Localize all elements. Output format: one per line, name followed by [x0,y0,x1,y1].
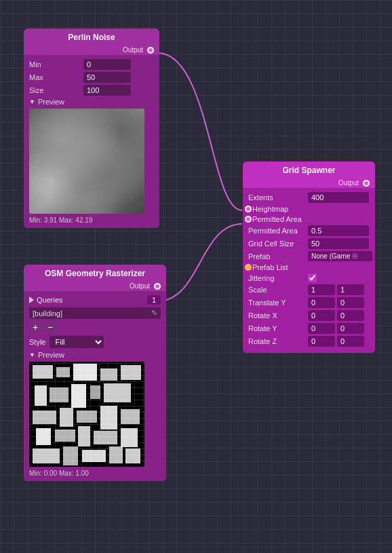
rotate-y-v2-input[interactable] [337,323,364,334]
grid-spawner-node: Grid Spawner Output Extents Heightmap Pe… [243,161,375,353]
svg-rect-11 [60,408,73,427]
scale-row: Scale [248,284,370,295]
svg-rect-4 [121,365,141,380]
osm-preview-canvas [29,362,144,467]
remove-query-button[interactable]: − [44,321,56,333]
queries-collapse-icon [29,297,34,303]
perlin-max-input[interactable] [83,72,131,83]
translate-y-label: Translate Y [248,299,308,307]
style-label: Style [29,338,45,346]
add-remove-row: + − [29,321,161,333]
osm-queries-label-row: Queries [29,296,63,304]
extents-row: Extents [248,192,370,203]
svg-rect-16 [55,430,75,442]
perlin-max-row: Max [29,72,154,83]
grid-spawner-title: Grid Spawner [243,161,375,178]
prefab-row: Prefab [248,251,370,261]
rotate-x-row: Rotate X [248,310,370,321]
svg-rect-2 [73,364,97,381]
perlin-noise-output-label: Output [123,46,143,54]
perlin-min-label: Min [29,60,83,69]
perlin-size-label: Size [29,86,83,94]
svg-rect-21 [63,446,78,465]
prefab-label: Prefab [248,252,308,261]
grid-spawner-output-port[interactable] [363,180,370,187]
grid-spawner-body: Extents Heightmap Permitted Area Permitt… [243,188,375,353]
svg-rect-23 [109,446,123,463]
svg-rect-15 [36,428,51,445]
perlin-noise-title: Perlin Noise [24,28,159,45]
jittering-label: Jittering [248,274,308,282]
rotate-y-label: Rotate Y [248,324,308,332]
style-select[interactable]: Fill Outline Both [50,336,104,348]
query-item-building: [building] ✎ [29,307,161,319]
rotate-x-v1-input[interactable] [308,310,335,321]
svg-rect-1 [56,367,70,377]
osm-node: OSM Geometry Rasterizer Output Queries 1… [24,265,166,481]
perlin-preview-info: Min: 3.91 Max: 42.19 [29,216,154,224]
perlin-size-row: Size [29,85,154,96]
perlin-preview-visual [29,109,144,214]
perlin-size-input[interactable] [83,85,131,96]
perlin-preview-canvas [29,109,144,214]
rotate-z-v1-input[interactable] [308,336,335,347]
perlin-max-label: Max [29,73,83,81]
rotate-y-v1-input[interactable] [308,323,335,334]
perlin-preview-label: Preview [38,98,64,106]
osm-output-row: Output [24,281,166,291]
rotate-x-v2-input[interactable] [337,310,364,321]
permitted-area-port-label: Permitted Area [248,215,308,223]
scale-label: Scale [248,286,308,294]
prefab-list-row: Prefab List [248,263,370,271]
osm-preview-header[interactable]: ▼ Preview [29,351,161,359]
grid-cell-size-label: Grid Cell Size [248,240,308,248]
osm-queries-label: Queries [37,296,63,304]
osm-preview-collapse-icon: ▼ [29,351,35,358]
osm-output-port[interactable] [154,283,161,290]
svg-rect-20 [33,449,60,463]
perlin-noise-body: Min Max Size ▼ Preview Min: 3.91 Max: 42… [24,55,159,228]
translate-y-x-input[interactable] [308,297,335,308]
osm-body: Queries 1 [building] ✎ + − Style Fill Ou… [24,291,166,481]
osm-queries-header: Queries 1 [29,295,161,305]
permitted-area-port-row: Permitted Area [248,215,370,223]
perlin-noise-output-port[interactable] [147,47,154,54]
jittering-checkbox[interactable] [308,273,317,282]
heightmap-row: Heightmap [248,205,370,213]
extents-input[interactable] [308,192,369,203]
rotate-y-row: Rotate Y [248,323,370,334]
translate-y-row: Translate Y [248,297,370,308]
perlin-min-input[interactable] [83,59,131,70]
grid-cell-size-input[interactable] [308,238,369,249]
svg-rect-12 [77,411,97,423]
query-tag-text: [building] [33,309,62,318]
translate-y-y-input[interactable] [337,297,364,308]
prefab-input[interactable] [308,251,372,261]
perlin-noise-output-row: Output [24,45,159,55]
osm-preview-info: Min: 0.00 Max: 1.00 [29,470,161,477]
jittering-row: Jittering [248,273,370,282]
svg-rect-22 [82,450,106,462]
svg-rect-14 [121,409,140,424]
preview-collapse-icon: ▼ [29,98,35,105]
queries-count-badge: 1 [147,295,161,305]
perlin-preview-header[interactable]: ▼ Preview [29,98,154,106]
add-query-button[interactable]: + [29,321,41,333]
svg-rect-0 [33,365,53,379]
svg-rect-18 [94,431,117,444]
rotate-z-v2-input[interactable] [337,336,364,347]
svg-rect-10 [33,411,56,424]
scale-y-input[interactable] [337,284,364,295]
heightmap-label: Heightmap [248,205,308,213]
rotate-z-label: Rotate Z [248,337,308,345]
query-tag-icon[interactable]: ✎ [151,309,157,318]
heightmap-input-port[interactable] [245,206,252,212]
grid-spawner-output-label: Output [338,179,359,187]
permitted-area-input[interactable] [308,225,369,236]
permitted-area-input-port[interactable] [245,216,252,223]
svg-rect-9 [104,383,131,402]
scale-x-input[interactable] [308,284,335,295]
svg-rect-5 [35,385,47,406]
prefab-list-port[interactable] [245,264,252,271]
permitted-area-value-label: Permitted Area [248,227,308,235]
